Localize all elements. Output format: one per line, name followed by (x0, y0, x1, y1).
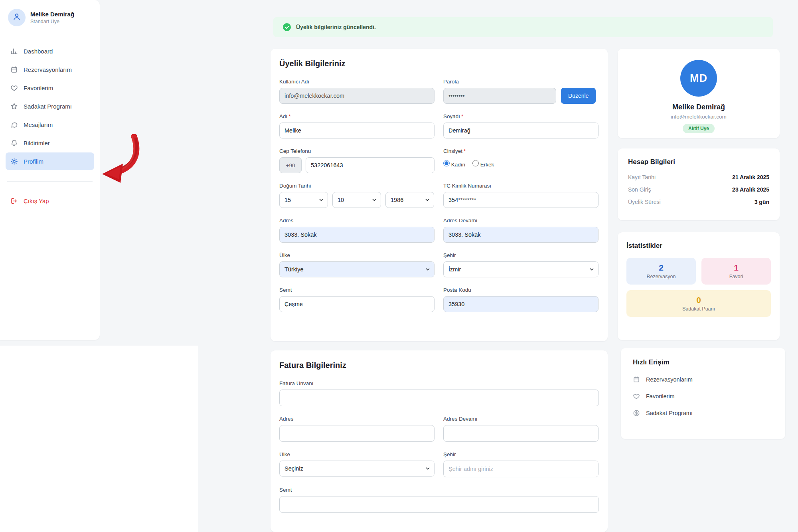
sidebar-item-label: Rezervasyonlarım (24, 66, 72, 73)
city-label: Şehir (443, 252, 598, 258)
billing-address2-input[interactable] (443, 425, 598, 442)
country-label: Ülke (279, 252, 435, 258)
bell-icon (10, 139, 18, 147)
stat-loyalty-points: 0 Sadakat Puanı (626, 290, 771, 317)
billing-title: Fatura Bilgileriniz (279, 361, 599, 370)
stat-reservations: 2 Rezervasyon (626, 258, 696, 285)
phone-input[interactable] (306, 157, 435, 173)
star-icon (10, 103, 18, 110)
heart-icon (633, 393, 640, 400)
birth-day-select[interactable]: 15 (279, 192, 328, 208)
account-info-row: Son Giriş 23 Aralık 2025 (628, 186, 769, 193)
calendar-icon (633, 376, 640, 383)
billing-address-input[interactable] (279, 425, 435, 442)
invoice-title-label: Fatura Ünvanı (279, 380, 599, 386)
sidebar-item-label: Dashboard (24, 48, 53, 55)
tc-id-input[interactable] (443, 192, 598, 208)
logout-label: Çıkış Yap (24, 198, 49, 204)
country-select[interactable]: Türkiye (279, 261, 435, 277)
billing-country-label: Ülke (279, 451, 435, 457)
quick-access-card: Hızlı Erişim Rezervasyonlarım Favorileri… (621, 348, 785, 439)
last-name-input[interactable] (443, 123, 598, 138)
address2-input[interactable] (443, 227, 598, 243)
gender-option-male[interactable]: Erkek (472, 160, 494, 168)
city-select[interactable]: İzmir (443, 261, 598, 277)
statistics-card: İstatistikler 2 Rezervasyon 1 Favori 0 S… (618, 232, 780, 340)
sidebar-item-dashboard[interactable]: Dashboard (6, 42, 94, 60)
user-avatar (8, 9, 26, 26)
postal-code-label: Posta Kodu (443, 287, 598, 293)
billing-district-label: Semt (279, 487, 599, 493)
sidebar: Melike Demirağ Standart Üye Dashboard Re… (0, 0, 100, 340)
birth-year-select[interactable]: 1986 (385, 192, 434, 208)
password-label: Parola (443, 79, 598, 85)
password-edit-button[interactable]: Düzenle (561, 88, 596, 104)
account-info-title: Hesap Bilgileri (628, 158, 769, 166)
billing-card: Fatura Bilgileriniz Fatura Ünvanı Adres … (271, 350, 608, 532)
check-circle-icon (283, 23, 291, 31)
billing-district-input[interactable] (279, 496, 599, 513)
phone-prefix: +90 (279, 157, 302, 173)
profile-summary-card: MD Melike Demirağ info@melekkockar.com A… (618, 49, 780, 138)
invoice-title-input[interactable] (279, 390, 599, 406)
statistics-title: İstatistikler (626, 242, 771, 250)
gender-label: Cinsiyet* (443, 148, 598, 154)
quick-link-reservations[interactable]: Rezervasyonlarım (633, 376, 773, 383)
sidebar-item-notifications[interactable]: Bildirimler (6, 134, 94, 152)
quick-access-title: Hızlı Erişim (633, 358, 773, 366)
birth-date-label: Doğum Tarihi (279, 183, 435, 189)
quick-link-favorites[interactable]: Favorilerim (633, 393, 773, 400)
account-info-row: Kayıt Tarihi 21 Aralık 2025 (628, 174, 769, 180)
sidebar-user: Melike Demirağ Standart Üye (8, 9, 92, 26)
billing-city-label: Şehir (443, 451, 598, 457)
account-info-card: Hesap Bilgileri Kayıt Tarihi 21 Aralık 2… (618, 148, 780, 220)
heart-icon (10, 84, 18, 92)
username-label: Kullanıcı Adı (279, 79, 435, 85)
membership-card: Üyelik Bilgileriniz Kullanıcı Adı Parola… (271, 49, 608, 341)
status-badge: Aktif Üye (683, 124, 715, 133)
sidebar-item-favorites[interactable]: Favorilerim (6, 79, 94, 97)
phone-label: Cep Telefonu (279, 148, 435, 154)
sidebar-menu: Dashboard Rezervasyonlarım Favorilerim S… (6, 42, 94, 170)
postal-code-input[interactable] (443, 296, 598, 312)
last-name-label: Soyadı* (443, 113, 598, 119)
billing-address-label: Adres (279, 416, 435, 422)
logout-button[interactable]: Çıkış Yap (6, 193, 94, 209)
sidebar-item-reservations[interactable]: Rezervasyonlarım (6, 61, 94, 78)
sidebar-user-name: Melike Demirağ (30, 11, 74, 18)
success-alert: Üyelik bilgileriniz güncellendi. (273, 17, 773, 37)
sidebar-item-label: Sadakat Programı (24, 103, 72, 110)
tc-id-label: TC Kimlik Numarası (443, 183, 598, 189)
sidebar-item-messages[interactable]: Mesajlarım (6, 116, 94, 133)
stat-favorites: 1 Favori (701, 258, 771, 285)
sidebar-item-loyalty[interactable]: Sadakat Programı (6, 97, 94, 115)
district-label: Semt (279, 287, 435, 293)
gender-option-female[interactable]: Kadın (443, 160, 465, 168)
billing-city-input[interactable] (443, 461, 598, 477)
account-info-row: Üyelik Süresi 3 gün (628, 199, 769, 205)
billing-country-select[interactable]: Seçiniz (279, 461, 435, 477)
membership-title: Üyelik Bilgileriniz (279, 59, 599, 68)
gender-radio-male[interactable] (472, 160, 479, 166)
address-label: Adres (279, 218, 435, 223)
birth-month-select[interactable]: 10 (332, 192, 381, 208)
gear-icon (10, 158, 18, 165)
username-input (279, 88, 435, 104)
profile-avatar: MD (680, 60, 717, 97)
password-input (443, 88, 556, 104)
gender-radio-group: Kadın Erkek (443, 157, 598, 173)
sidebar-item-label: Bildirimler (24, 140, 50, 146)
bar-chart-icon (10, 47, 18, 55)
profile-name: Melike Demirağ (672, 103, 725, 111)
first-name-input[interactable] (279, 123, 435, 138)
district-input[interactable] (279, 296, 435, 312)
billing-address2-label: Adres Devamı (443, 416, 598, 422)
quick-link-loyalty[interactable]: Sadakat Programı (633, 409, 773, 417)
sidebar-item-profile[interactable]: Profilim (6, 152, 94, 170)
alert-message: Üyelik bilgileriniz güncellendi. (296, 24, 376, 30)
person-icon (12, 12, 21, 23)
gender-radio-female[interactable] (443, 160, 450, 166)
logout-icon (10, 197, 18, 205)
address-input[interactable] (279, 227, 435, 243)
sidebar-item-label: Mesajlarım (24, 121, 53, 128)
